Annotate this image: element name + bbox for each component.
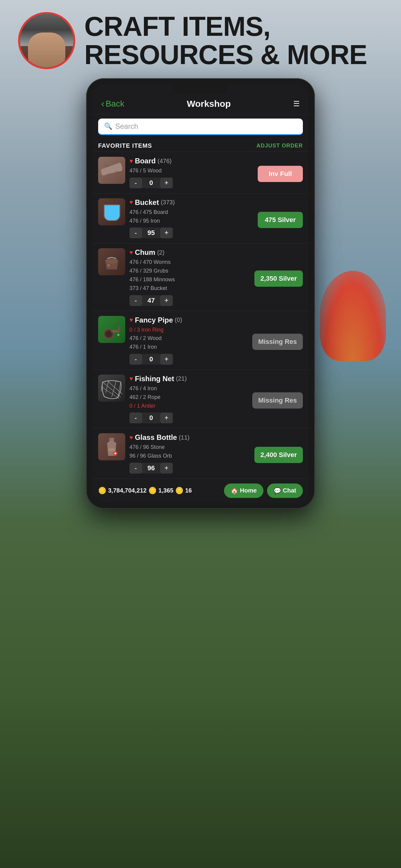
bucket-count: (373) — [161, 199, 175, 206]
nav-title: Workshop — [187, 99, 231, 109]
fancy-pipe-resource-1: 0 / 3 Iron Ring — [130, 326, 248, 334]
fancy-pipe-qty-value: 0 — [142, 354, 160, 365]
background-fire — [320, 271, 386, 361]
fishing-net-qty-value: 0 — [142, 412, 160, 423]
fishing-net-name: Fishing Net — [135, 375, 174, 383]
fancy-pipe-content: ♥ Fancy Pipe (0) 0 / 3 Iron Ring 476 / 2… — [130, 316, 248, 365]
adjust-order-button[interactable]: ADJUST ORDER — [257, 143, 303, 149]
svg-point-3 — [105, 208, 118, 213]
board-content: ♥ Board (476) 476 / 5 Wood - 0 + — [130, 157, 254, 188]
chat-button[interactable]: 💬 Chat — [267, 484, 303, 498]
chum-resource-4: 373 / 47 Bucket — [130, 284, 250, 293]
fishing-net-resource-3: 0 / 1 Antler — [130, 402, 248, 410]
glass-bottle-name-row: ♥ Glass Bottle (11) — [130, 433, 250, 442]
favorite-heart-icon: ♥ — [130, 316, 133, 323]
chum-qty-decrease[interactable]: - — [130, 295, 142, 306]
section-title: FAVORITE ITEMS — [98, 142, 152, 149]
bucket-qty-decrease[interactable]: - — [130, 227, 142, 238]
net-image — [99, 376, 124, 400]
chevron-left-icon: ‹ — [101, 98, 105, 109]
chum-qty-value: 47 — [142, 295, 160, 306]
board-resource-1: 476 / 5 Wood — [130, 166, 254, 175]
gold-value: 1,365 — [159, 487, 173, 494]
favorite-heart-icon: ♥ — [130, 434, 133, 441]
chum-craft-button[interactable]: 2,350 Silver — [254, 271, 303, 287]
board-image — [99, 158, 124, 182]
chum-qty-increase[interactable]: + — [160, 295, 173, 306]
back-label: Back — [106, 99, 124, 108]
currency-group: 🪙 3,784,704,212 🪙 1,365 🪙 16 — [98, 487, 221, 495]
back-button[interactable]: ‹ Back — [101, 98, 124, 109]
bottle-image — [99, 435, 124, 459]
fishing-net-resource-2: 462 / 2 Rope — [130, 393, 248, 402]
fancy-pipe-name: Fancy Pipe — [135, 316, 173, 324]
glass-bottle-qty-control: - 96 + — [130, 463, 250, 473]
fishing-net-count: (21) — [176, 375, 187, 382]
chat-icon: 💬 — [274, 487, 281, 494]
chum-resource-2: 476 / 329 Grubs — [130, 267, 250, 275]
item-board: ♥ Board (476) 476 / 5 Wood - 0 + Inv Ful… — [92, 152, 309, 193]
glass-bottle-name: Glass Bottle — [135, 433, 177, 442]
svg-rect-12 — [118, 327, 120, 333]
net-icon — [98, 375, 125, 402]
phone-frame: ‹ Back Workshop ☰ 🔍 Search FAVORITE ITEM… — [86, 78, 315, 509]
home-icon: 🏠 — [231, 487, 238, 494]
chum-image — [99, 250, 124, 274]
bucket-image — [99, 200, 124, 224]
home-label: Home — [240, 487, 257, 494]
glass-bottle-qty-increase[interactable]: + — [160, 463, 173, 473]
search-container: 🔍 Search — [92, 114, 309, 139]
bucket-resource-1: 476 / 475 Board — [130, 208, 254, 217]
fancy-pipe-qty-increase[interactable]: + — [160, 354, 173, 365]
items-list: ♥ Board (476) 476 / 5 Wood - 0 + Inv Ful… — [92, 152, 309, 478]
bucket-qty-increase[interactable]: + — [160, 227, 173, 238]
board-icon — [98, 157, 125, 184]
bottom-bar: 🪙 3,784,704,212 🪙 1,365 🪙 16 🏠 Home 💬 Ch… — [92, 478, 309, 503]
fishing-net-craft-button[interactable]: Missing Res — [252, 392, 303, 409]
search-input[interactable]: Search — [115, 122, 138, 131]
board-qty-increase[interactable]: + — [160, 178, 173, 188]
nav-bar: ‹ Back Workshop ☰ — [92, 93, 309, 114]
board-qty-decrease[interactable]: - — [130, 178, 142, 188]
glass-bottle-craft-button[interactable]: 2,400 Silver — [254, 447, 303, 463]
svg-line-2 — [106, 165, 119, 173]
silver-value: 3,784,704,212 — [108, 487, 147, 494]
svg-point-6 — [107, 264, 110, 267]
phone-notch — [173, 84, 228, 93]
chum-content: ♥ Chum (2) 476 / 470 Worms 476 / 329 Gru… — [130, 248, 250, 306]
menu-icon[interactable]: ☰ — [293, 100, 300, 108]
board-qty-value: 0 — [142, 178, 160, 188]
fancy-pipe-resource-3: 476 / 1 Iron — [130, 343, 248, 351]
fishing-net-qty-increase[interactable]: + — [160, 412, 173, 423]
fancy-pipe-resource-2: 476 / 2 Wood — [130, 334, 248, 343]
gem-icon: 🪙 — [175, 487, 183, 495]
gold-coin-icon: 🪙 — [148, 487, 156, 495]
bucket-qty-control: - 95 + — [130, 227, 254, 238]
chum-resource-1: 476 / 470 Worms — [130, 258, 250, 267]
svg-point-5 — [105, 259, 118, 264]
home-button[interactable]: 🏠 Home — [224, 484, 263, 498]
item-glass-bottle: ♥ Glass Bottle (11) 476 / 96 Stone 96 / … — [92, 428, 309, 478]
chum-resource-3: 476 / 188 Minnows — [130, 275, 250, 284]
glass-bottle-qty-decrease[interactable]: - — [130, 463, 142, 473]
fishing-net-name-row: ♥ Fishing Net (21) — [130, 375, 248, 383]
pipe-image — [99, 317, 124, 341]
bucket-craft-button[interactable]: 475 Silver — [258, 212, 303, 228]
board-craft-button[interactable]: Inv Full — [258, 166, 303, 182]
svg-point-7 — [112, 263, 114, 266]
pipe-icon — [98, 316, 125, 343]
fancy-pipe-craft-button[interactable]: Missing Res — [252, 334, 303, 350]
svg-point-4 — [106, 208, 117, 216]
item-fancy-pipe: ♥ Fancy Pipe (0) 0 / 3 Iron Ring 476 / 2… — [92, 311, 309, 369]
svg-point-10 — [106, 331, 112, 337]
board-count: (476) — [157, 158, 172, 164]
svg-line-19 — [112, 381, 116, 397]
fishing-net-resource-1: 476 / 4 Iron — [130, 384, 248, 393]
chum-icon — [98, 248, 125, 275]
search-bar[interactable]: 🔍 Search — [98, 119, 303, 135]
chum-name: Chum — [135, 248, 155, 257]
fancy-pipe-qty-decrease[interactable]: - — [130, 354, 142, 365]
fishing-net-qty-decrease[interactable]: - — [130, 412, 142, 423]
bucket-name-row: ♥ Bucket (373) — [130, 198, 254, 207]
item-bucket: ♥ Bucket (373) 476 / 475 Board 476 / 95 … — [92, 193, 309, 243]
